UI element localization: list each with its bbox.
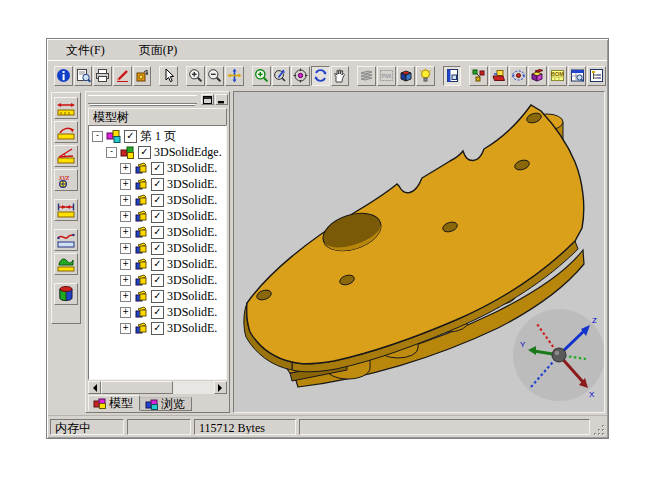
viewport-3d[interactable]: Z X Y: [233, 91, 605, 413]
table-find-button[interactable]: [568, 66, 587, 86]
tree-row-part[interactable]: +✓3DSolidE.: [89, 160, 226, 176]
menu-bar: 文件(F) 页面(P): [48, 40, 607, 61]
rotate-center-button[interactable]: [291, 66, 310, 86]
measure-radius-button[interactable]: [54, 121, 78, 143]
layers-button[interactable]: [357, 66, 376, 86]
tree-row-part[interactable]: +✓3DSolidE.: [89, 224, 226, 240]
axis-z-label: Z: [592, 316, 597, 325]
desktop: { "colors": {"chrome":"#d6d3ce","viewpor…: [0, 0, 660, 477]
notebook-button[interactable]: [443, 66, 462, 86]
info-button[interactable]: [54, 66, 73, 86]
palette-titlebar[interactable]: [86, 92, 229, 106]
measure-between-button[interactable]: [54, 199, 78, 221]
visibility-checkbox[interactable]: ✓: [151, 242, 164, 255]
measure-angle-button[interactable]: [54, 145, 78, 167]
expand-icon[interactable]: +: [120, 291, 131, 302]
tree-row-part[interactable]: +✓3DSolidE.: [89, 240, 226, 256]
pmi-icon: PMI: [379, 68, 394, 83]
zoom-window-button[interactable]: [252, 66, 271, 86]
visibility-checkbox[interactable]: ✓: [151, 178, 164, 191]
palette-close-button[interactable]: [215, 94, 228, 105]
scroll-left-button[interactable]: [88, 381, 101, 394]
menu-file[interactable]: 文件(F): [62, 41, 109, 60]
tree-row-part[interactable]: +✓3DSolidE.: [89, 320, 226, 336]
pan-button[interactable]: [225, 66, 244, 86]
measure-area-button[interactable]: [54, 253, 78, 275]
zoom-in-button[interactable]: [186, 66, 205, 86]
tab-label: 模型: [109, 395, 133, 412]
expand-icon[interactable]: +: [120, 211, 131, 222]
visibility-checkbox[interactable]: ✓: [151, 322, 164, 335]
visibility-checkbox[interactable]: ✓: [151, 274, 164, 287]
app-window: 文件(F) 页面(P) PMI BOM: [46, 38, 609, 439]
resize-grip[interactable]: [593, 424, 605, 436]
zoom-out-button[interactable]: [206, 66, 225, 86]
expand-icon[interactable]: +: [120, 323, 131, 334]
color-edit-button[interactable]: [133, 66, 152, 86]
menu-page[interactable]: 页面(P): [135, 41, 182, 60]
pan-hand-button[interactable]: [331, 66, 350, 86]
tab-model[interactable]: 模型: [88, 395, 140, 411]
print-button[interactable]: [93, 66, 112, 86]
scroll-right-button[interactable]: [214, 381, 227, 394]
select-button[interactable]: [159, 66, 178, 86]
expand-icon[interactable]: +: [120, 275, 131, 286]
visibility-checkbox[interactable]: ✓: [151, 162, 164, 175]
measure-toolbar: xyz: [51, 92, 81, 324]
visibility-checkbox[interactable]: ✓: [124, 130, 137, 143]
expand-icon[interactable]: +: [120, 259, 131, 270]
move-part-button[interactable]: [489, 66, 508, 86]
axis-x-label: X: [589, 390, 595, 399]
palette-gripper[interactable]: [88, 95, 197, 104]
collapse-icon[interactable]: -: [92, 131, 103, 142]
expand-icon[interactable]: +: [120, 243, 131, 254]
tree-row-part[interactable]: +✓3DSolidE.: [89, 256, 226, 272]
tree-row-part[interactable]: +✓3DSolidE.: [89, 192, 226, 208]
visibility-checkbox[interactable]: ✓: [151, 194, 164, 207]
scrollbar-thumb[interactable]: [101, 381, 173, 394]
tree-view-button[interactable]: [587, 66, 606, 86]
view-cube-button[interactable]: [397, 66, 416, 86]
visibility-checkbox[interactable]: ✓: [151, 258, 164, 271]
tree-row-page[interactable]: - ✓ 第 1 页: [89, 128, 226, 144]
collapse-icon[interactable]: -: [106, 147, 117, 158]
visibility-checkbox[interactable]: ✓: [151, 226, 164, 239]
rotate-button[interactable]: [311, 66, 330, 86]
measure-xyz-button[interactable]: xyz: [54, 169, 78, 191]
visibility-checkbox[interactable]: ✓: [151, 210, 164, 223]
tree-row-part[interactable]: +✓3DSolidE.: [89, 272, 226, 288]
zoom-select-button[interactable]: [272, 66, 291, 86]
part-node-icon: [134, 306, 148, 318]
expand-icon[interactable]: +: [120, 227, 131, 238]
preview-button[interactable]: [74, 66, 93, 86]
tree-row-part[interactable]: +✓3DSolidE.: [89, 176, 226, 192]
spin-button[interactable]: [509, 66, 528, 86]
palette-expand-button[interactable]: [201, 94, 214, 105]
markup-button[interactable]: [113, 66, 132, 86]
visibility-checkbox[interactable]: ✓: [151, 290, 164, 303]
expand-icon[interactable]: +: [120, 195, 131, 206]
expand-icon[interactable]: +: [120, 307, 131, 318]
layers-icon: [359, 68, 374, 83]
part-node-icon: [134, 290, 148, 302]
tree-row-part[interactable]: +✓3DSolidE.: [89, 208, 226, 224]
axis-triad: Z X Y: [513, 309, 604, 401]
tree-row-part[interactable]: +✓3DSolidE.: [89, 288, 226, 304]
visibility-checkbox[interactable]: ✓: [138, 146, 151, 159]
pmi-button[interactable]: PMI: [377, 66, 396, 86]
measure-volume-button[interactable]: [54, 283, 78, 305]
tree-row-part[interactable]: +✓3DSolidE.: [89, 304, 226, 320]
scrollbar-track[interactable]: [173, 381, 214, 394]
measure-distance-button[interactable]: [54, 97, 78, 119]
tree-hscrollbar[interactable]: [88, 381, 227, 394]
visibility-checkbox[interactable]: ✓: [151, 306, 164, 319]
bom-button[interactable]: BOM: [548, 66, 567, 86]
expand-icon[interactable]: +: [120, 163, 131, 174]
measure-curve-button[interactable]: [54, 229, 78, 251]
expand-icon[interactable]: +: [120, 179, 131, 190]
tree-row-assembly[interactable]: - ✓ 3DSolidEdge.: [89, 144, 226, 160]
explode-button[interactable]: [469, 66, 488, 86]
tab-browse[interactable]: 浏览: [140, 397, 192, 411]
boxes-3d-button[interactable]: [528, 66, 547, 86]
light-button[interactable]: [416, 66, 435, 86]
